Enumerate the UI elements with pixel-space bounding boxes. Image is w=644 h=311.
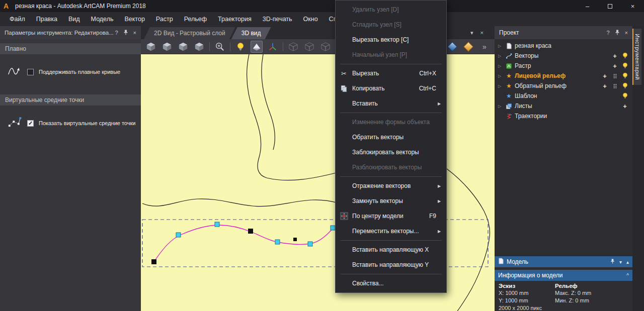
add-item-icon[interactable]: +: [600, 72, 610, 80]
artcam-logo-icon: A: [4, 2, 13, 10]
selected-vector-curve[interactable]: [154, 225, 333, 262]
menubar-item[interactable]: Траектория: [212, 12, 257, 26]
view-option-disabled-1-icon[interactable]: [287, 41, 299, 53]
node-handle-black[interactable]: [151, 259, 156, 264]
node-handle-cyan[interactable]: [308, 242, 312, 246]
project-tree-item[interactable]: ▷★Лицевой рельеф+: [495, 71, 632, 81]
context-menu-item[interactable]: Отражение векторов▶: [336, 178, 446, 193]
add-item-icon[interactable]: +: [610, 52, 620, 60]
expander-icon[interactable]: ▷: [498, 104, 505, 109]
view-tab[interactable]: 3D вид: [231, 27, 271, 39]
menu-separator: [340, 274, 442, 274]
context-menu-item[interactable]: Заблокировать векторы: [336, 145, 446, 160]
project-tree-item[interactable]: ▷Векторы+: [495, 51, 632, 61]
add-item-icon[interactable]: +: [600, 82, 610, 90]
collapse-chevron-icon[interactable]: ^: [626, 273, 629, 278]
pin-icon[interactable]: [615, 30, 620, 36]
context-menu-item[interactable]: Замкнуть векторы▶: [336, 193, 446, 209]
context-menu-item[interactable]: Обратить векторы: [336, 130, 446, 145]
expander-icon[interactable]: ▷: [498, 84, 505, 88]
menubar-item[interactable]: Растр: [150, 12, 179, 26]
project-tree-item[interactable]: Траектории: [495, 111, 632, 121]
menubar-item[interactable]: 3D-печать: [257, 12, 298, 26]
menubar-item[interactable]: Вид: [63, 12, 86, 26]
project-tree-item[interactable]: ★Шаблон: [495, 91, 632, 101]
context-menu-item[interactable]: Вставить▶: [336, 96, 446, 111]
context-menu-item[interactable]: Свойства...: [336, 276, 446, 291]
view-tab[interactable]: 2D Вид - Растровый слой: [144, 27, 235, 39]
menubar-item[interactable]: Модель: [86, 12, 119, 26]
layer-stack-icon[interactable]: [610, 73, 620, 79]
collapse-all-icon[interactable]: ▴: [626, 259, 629, 265]
node-handle-cyan[interactable]: [215, 222, 219, 227]
project-tree-item[interactable]: ▷★Обратный рельеф+: [495, 81, 632, 91]
view-option-disabled-3-icon[interactable]: [319, 41, 332, 53]
context-menu-item[interactable]: ✂ВырезатьCtrl+X: [336, 66, 446, 81]
menubar-item[interactable]: Правка: [31, 12, 63, 26]
menubar-item[interactable]: Файл: [4, 12, 31, 26]
menubar-item[interactable]: Вектор: [119, 12, 150, 26]
view-front-icon[interactable]: [177, 41, 189, 53]
window-title: резная краса - Autodesk ArtCAM Premium 2…: [15, 3, 146, 10]
expander-icon[interactable]: ▷: [498, 44, 505, 48]
close-button[interactable]: ×: [621, 0, 644, 12]
context-menu-item[interactable]: Вставить направляющую X: [336, 242, 446, 257]
menubar-item[interactable]: Рельеф: [179, 12, 212, 26]
visibility-bulb-icon[interactable]: [620, 82, 630, 89]
project-tree-item[interactable]: ▷резная краса: [495, 41, 632, 51]
minimize-button[interactable]: –: [576, 0, 599, 12]
view-top-icon[interactable]: [161, 41, 173, 53]
material-blue-icon[interactable]: [446, 41, 458, 53]
context-menu-item[interactable]: Переместить векторы...▶: [336, 224, 446, 239]
tab-list-dropdown-icon[interactable]: ▾: [470, 30, 473, 36]
expand-all-icon[interactable]: ▾: [619, 259, 622, 265]
node-handle-black[interactable]: [293, 238, 297, 241]
model-info-bar[interactable]: Информация о модели ^: [495, 270, 632, 281]
menubar-item[interactable]: Окно: [298, 12, 324, 26]
view-side-icon[interactable]: [193, 41, 205, 53]
node-handle-cyan[interactable]: [275, 240, 280, 244]
context-menu-item[interactable]: По центру моделиF9: [336, 209, 446, 224]
model-bar[interactable]: Модель ▾ ▴: [495, 256, 632, 267]
expander-icon[interactable]: ▷: [498, 64, 505, 68]
titlebar[interactable]: A резная краса - Autodesk ArtCAM Premium…: [0, 0, 644, 12]
help-icon[interactable]: ?: [115, 30, 118, 36]
shading-mode-icon[interactable]: [251, 41, 263, 53]
context-menu-item[interactable]: КопироватьCtrl+C: [336, 81, 446, 96]
node-handle-black[interactable]: [248, 229, 253, 234]
view-iso-icon[interactable]: [145, 41, 157, 53]
close-view-icon[interactable]: ×: [480, 30, 484, 36]
expander-icon[interactable]: ▷: [498, 54, 505, 58]
visibility-bulb-icon[interactable]: [620, 92, 630, 99]
project-tree-item[interactable]: ▷Листы+: [495, 101, 632, 111]
toolbar-separator: [230, 42, 230, 51]
toolbar-overflow-icon[interactable]: »: [478, 41, 491, 53]
node-handle-cyan[interactable]: [176, 233, 181, 237]
toolbox-strip-tab[interactable]: Инструментарий: [632, 29, 641, 85]
close-panel-icon[interactable]: ×: [133, 30, 136, 36]
visibility-bulb-icon[interactable]: [620, 72, 630, 79]
zoom-to-fit-icon[interactable]: [214, 41, 226, 53]
material-gold-icon[interactable]: [462, 41, 474, 53]
add-item-icon[interactable]: +: [620, 102, 630, 110]
lighting-icon[interactable]: [234, 41, 247, 53]
layer-stack-icon[interactable]: [610, 83, 620, 89]
context-menu-item[interactable]: Вырезать вектор [C]: [336, 32, 446, 47]
visibility-bulb-icon[interactable]: [620, 52, 630, 59]
auto-hide-pin-icon[interactable]: [610, 259, 615, 265]
view-option-disabled-2-icon[interactable]: [303, 41, 315, 53]
checkbox[interactable]: ✓: [27, 120, 34, 127]
node-handle-cyan[interactable]: [331, 226, 335, 230]
checkbox[interactable]: [27, 69, 34, 75]
close-panel-icon[interactable]: ×: [625, 30, 628, 36]
help-icon[interactable]: ?: [606, 30, 609, 36]
project-tree-item[interactable]: ▷Растр+: [495, 61, 632, 71]
maximize-button[interactable]: [599, 0, 621, 12]
origin-axes-icon[interactable]: [267, 41, 279, 53]
node-handles[interactable]: [151, 222, 335, 264]
expander-icon[interactable]: ▷: [498, 74, 505, 78]
add-item-icon[interactable]: +: [610, 62, 620, 70]
visibility-bulb-icon[interactable]: [620, 62, 630, 69]
pin-icon[interactable]: [123, 30, 128, 36]
context-menu-item[interactable]: Вставить направляющую Y: [336, 257, 446, 272]
